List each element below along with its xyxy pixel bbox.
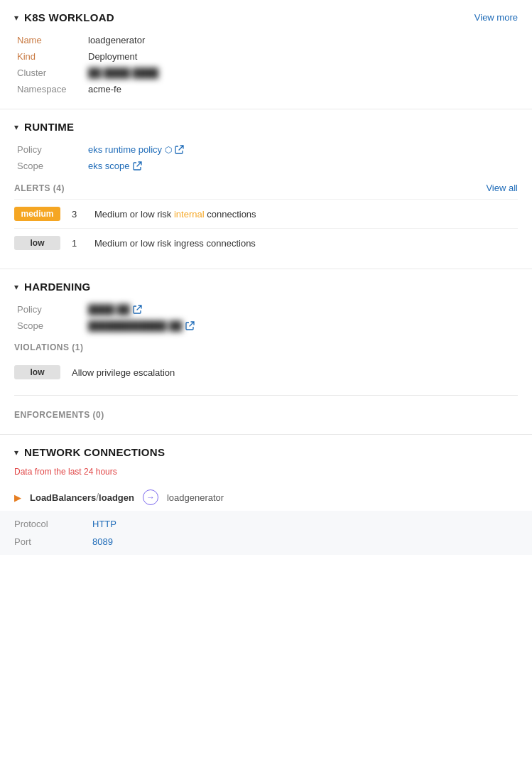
field-value-namespace: acme-fe xyxy=(88,84,121,94)
net-detail-value-protocol: HTTP xyxy=(92,519,116,529)
badge-medium: medium xyxy=(14,207,60,221)
alert-count-medium: 3 xyxy=(72,209,83,220)
external-link-icon-policy: ⬡ xyxy=(165,145,172,155)
hardening-field-row-policy: Policy ████ ██ xyxy=(17,301,518,318)
runtime-chevron-icon[interactable]: ▾ xyxy=(14,122,18,132)
violations-divider xyxy=(14,395,518,396)
runtime-section: ▾ RUNTIME Policy eks runtime policy ⬡ Sc… xyxy=(0,109,532,269)
runtime-policy-link-text: eks runtime policy xyxy=(88,144,162,155)
runtime-field-label-scope: Scope xyxy=(17,161,88,171)
hardening-chevron-icon[interactable]: ▾ xyxy=(14,282,18,292)
violations-title: VIOLATIONS (1) xyxy=(14,342,83,352)
runtime-header: ▾ RUNTIME xyxy=(14,121,518,133)
field-value-name: loadgenerator xyxy=(88,35,145,45)
hardening-scope-value: ████████████ ██ xyxy=(88,320,183,331)
network-connections-header: ▾ NETWORK CONNECTIONS xyxy=(14,446,518,458)
network-subtitle: Data from the last 24 hours xyxy=(14,467,518,477)
alert-text-medium: Medium or low risk internal connections xyxy=(94,209,256,220)
enforcements-title: ENFORCEMENTS (0) xyxy=(14,410,104,420)
field-row-namespace: Namespace acme-fe xyxy=(17,81,518,97)
network-connections-section: ▾ NETWORK CONNECTIONS Data from the last… xyxy=(0,435,532,555)
network-connections-title: NETWORK CONNECTIONS xyxy=(24,446,165,458)
violation-row-low: low Allow privilege escalation xyxy=(14,358,518,386)
runtime-field-label-policy: Policy xyxy=(17,144,88,155)
violation-text: Allow privilege escalation xyxy=(72,367,175,378)
network-detail-table: Protocol HTTP Port 8089 xyxy=(0,511,532,555)
alerts-title: ALERTS (4) xyxy=(14,183,65,193)
field-row-name: Name loadgenerator xyxy=(17,32,518,48)
triangle-icon: ▶ xyxy=(14,492,21,503)
external-link-svg-hardening-scope xyxy=(185,321,195,330)
hardening-title-group: ▾ HARDENING xyxy=(14,281,91,293)
hardening-section: ▾ HARDENING Policy ████ ██ Scope ███████… xyxy=(0,269,532,435)
field-value-cluster: ██ ████ ████ xyxy=(88,67,158,78)
hardening-policy-value: ████ ██ xyxy=(88,304,130,315)
connection-name: loadgen xyxy=(99,492,134,503)
field-label-kind: Kind xyxy=(17,51,88,62)
network-chevron-icon[interactable]: ▾ xyxy=(14,448,18,458)
net-detail-label-protocol: Protocol xyxy=(14,519,64,529)
field-label-cluster: Cluster xyxy=(17,67,88,78)
runtime-title-group: ▾ RUNTIME xyxy=(14,121,74,133)
hardening-field-row-scope: Scope ████████████ ██ xyxy=(17,318,518,334)
violation-badge-low: low xyxy=(14,365,60,379)
network-connections-title-group: ▾ NETWORK CONNECTIONS xyxy=(14,446,165,458)
runtime-scope-link-text: eks scope xyxy=(88,161,130,171)
k8s-workload-header: ▾ K8S WORKLOAD View more xyxy=(14,11,518,23)
enforcements-subsection-header: ENFORCEMENTS (0) xyxy=(14,401,518,423)
hardening-field-label-scope: Scope xyxy=(17,320,88,331)
hardening-title: HARDENING xyxy=(24,281,91,293)
network-detail-row-protocol: Protocol HTTP xyxy=(14,515,518,533)
k8s-workload-section: ▾ K8S WORKLOAD View more Name loadgenera… xyxy=(0,0,532,109)
network-connection-row: ▶ LoadBalancers/loadgen → loadgenerator xyxy=(14,484,518,511)
view-more-link[interactable]: View more xyxy=(474,12,518,23)
external-link-svg-policy xyxy=(175,145,184,154)
hardening-policy-link[interactable]: ████ ██ xyxy=(88,304,142,315)
field-row-kind: Kind Deployment xyxy=(17,48,518,65)
alert-highlight-internal: internal xyxy=(174,209,205,220)
hardening-field-label-policy: Policy xyxy=(17,304,88,315)
runtime-scope-link[interactable]: eks scope xyxy=(88,161,142,171)
alert-row-medium: medium 3 Medium or low risk internal con… xyxy=(14,199,518,228)
external-link-svg-hardening-policy xyxy=(133,305,142,314)
network-detail-row-port: Port 8089 xyxy=(14,533,518,551)
violations-subsection-header: VIOLATIONS (1) xyxy=(14,334,518,358)
connection-label-text: LoadBalancers/loadgen xyxy=(30,492,134,503)
alert-count-low: 1 xyxy=(72,238,83,249)
net-detail-label-port: Port xyxy=(14,536,64,547)
hardening-scope-link[interactable]: ████████████ ██ xyxy=(88,320,195,331)
arrow-circle-icon: → xyxy=(143,489,158,505)
field-label-namespace: Namespace xyxy=(17,84,88,94)
connection-label-name: LoadBalancers xyxy=(30,492,96,503)
k8s-workload-title-group: ▾ K8S WORKLOAD xyxy=(14,11,114,23)
external-link-svg-scope xyxy=(133,161,142,171)
k8s-workload-title: K8S WORKLOAD xyxy=(24,11,114,23)
hardening-header: ▾ HARDENING xyxy=(14,281,518,293)
runtime-policy-link[interactable]: eks runtime policy ⬡ xyxy=(88,144,184,155)
runtime-title: RUNTIME xyxy=(24,121,74,133)
runtime-field-row-scope: Scope eks scope xyxy=(17,158,518,174)
runtime-field-row-policy: Policy eks runtime policy ⬡ xyxy=(17,141,518,158)
alert-text-low: Medium or low risk ingress connections xyxy=(94,238,256,249)
net-detail-value-port: 8089 xyxy=(92,536,113,547)
view-all-link[interactable]: View all xyxy=(486,183,518,193)
field-row-cluster: Cluster ██ ████ ████ xyxy=(17,65,518,81)
badge-low: low xyxy=(14,236,60,250)
alerts-subsection-header: ALERTS (4) View all xyxy=(14,174,518,199)
chevron-icon[interactable]: ▾ xyxy=(14,13,18,23)
field-label-name: Name xyxy=(17,35,88,45)
field-value-kind: Deployment xyxy=(88,51,137,62)
alert-row-low: low 1 Medium or low risk ingress connect… xyxy=(14,228,518,257)
connection-target: loadgenerator xyxy=(167,492,224,503)
